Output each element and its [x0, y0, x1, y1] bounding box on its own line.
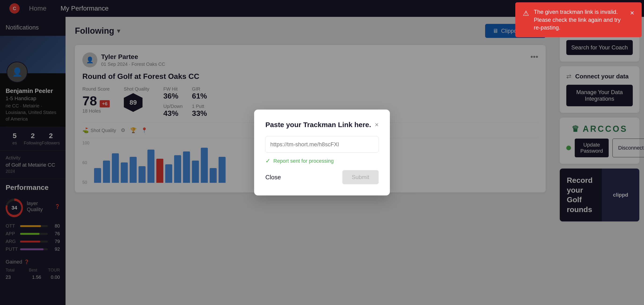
success-check-icon: ✓: [265, 157, 270, 164]
modal-overlay: Paste your Trackman Link here. × ✓ Repor…: [0, 0, 644, 305]
modal-title: Paste your Trackman Link here.: [265, 121, 371, 129]
modal-header: Paste your Trackman Link here. ×: [265, 121, 379, 129]
toast-close-button[interactable]: ×: [630, 8, 634, 18]
toast-message: The given trackman link is invalid. Plea…: [534, 8, 620, 32]
modal-success-message: ✓ Report sent for processing: [265, 157, 379, 164]
error-toast: ⚠ The given trackman link is invalid. Pl…: [515, 2, 642, 37]
modal-close-button[interactable]: Close: [265, 174, 281, 181]
trackman-link-input[interactable]: [265, 136, 379, 152]
toast-warning-icon: ⚠: [523, 8, 529, 18]
success-text: Report sent for processing: [273, 158, 334, 164]
trackman-modal: Paste your Trackman Link here. × ✓ Repor…: [254, 110, 390, 196]
modal-submit-button[interactable]: Submit: [342, 170, 379, 184]
modal-close-icon[interactable]: ×: [375, 121, 379, 128]
modal-actions: Close Submit: [265, 170, 379, 184]
